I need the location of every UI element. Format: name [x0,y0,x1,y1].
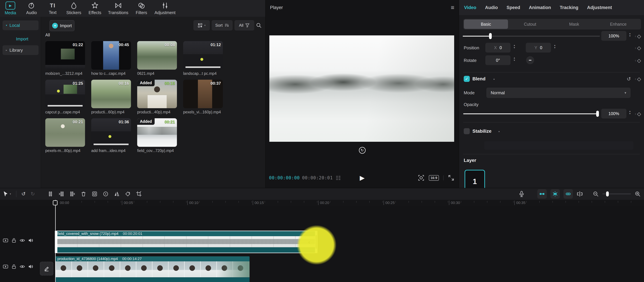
auto-snap-toggle[interactable] [550,189,560,198]
tab-effects[interactable]: Effects [87,2,103,15]
mute-speaker-icon[interactable] [28,264,34,270]
select-tool-button[interactable]: ▾ [2,191,11,197]
blend-mode-dropdown[interactable]: Normal ▾ [486,88,630,98]
mute-speaker-icon[interactable] [28,238,34,243]
tab-stickers[interactable]: Stickers [66,2,82,15]
scale-slider-handle[interactable] [489,33,492,39]
tab-transitions[interactable]: Transitions [108,2,128,15]
layer-thumbnail[interactable]: 1 [464,170,485,188]
rotate-keyframe[interactable]: ‹◇ [635,58,641,64]
refresh-icon[interactable]: ↻ [359,147,366,154]
tab-filters[interactable]: Filters [133,2,150,15]
media-item[interactable]: 01:12 landscap...t pc.mp4 [183,41,223,76]
blend-checkbox[interactable]: ✓ [464,76,470,82]
playhead-handle[interactable] [53,200,58,205]
media-item[interactable]: 01:25 capcut p...cape.mp4 [45,80,85,114]
timeline-body[interactable]: field_covered_with_snow (720p).mp4 00:00… [0,206,644,282]
tab-adjustment-props[interactable]: Adjustment [587,5,612,10]
timeline-clip-production[interactable]: production_id_4736800 (1440p).mp4 00:00:… [55,256,250,282]
delete-right-button[interactable] [70,191,76,197]
opacity-slider-fill[interactable] [463,114,598,114]
stabilize-checkbox[interactable] [464,128,470,134]
magnetic-snap-toggle[interactable] [537,189,547,198]
opacity-slider-handle[interactable] [596,111,599,117]
search-button[interactable] [256,22,262,28]
sidebar-item-import[interactable]: Import [16,36,40,42]
delete-button[interactable] [80,191,86,197]
sidebar-item-library[interactable]: ▸ Library [2,45,38,55]
reverse-button[interactable] [103,191,109,197]
scale-value[interactable]: 100% [601,31,626,41]
tab-video[interactable]: Video [464,5,476,10]
tab-tracking[interactable]: Tracking [560,5,578,10]
rotate-knob[interactable] [526,56,534,64]
preview-axis-icon[interactable] [576,191,583,197]
media-thumbnail[interactable]: 01:12 [183,41,223,70]
subtab-basic[interactable]: Basic [464,20,508,29]
rotate-stepper[interactable]: ▴▾ [512,56,517,62]
subtab-mask[interactable]: Mask [552,20,596,29]
collapse-icon[interactable]: ▴ [498,130,500,133]
position-y-field[interactable]: Y 0 [526,43,551,52]
opacity-stepper[interactable]: ▴▾ [627,110,633,115]
tab-animation[interactable]: Animation [529,5,551,10]
media-thumbnail[interactable]: 00:08 [137,41,177,70]
timeline-ruler[interactable]: 00:00 00:05 00:10 00:15 00:20 00:25 00:3… [0,200,644,206]
crop-button[interactable] [136,191,142,197]
media-thumbnail[interactable]: 00:37 [183,80,223,108]
subtab-enhance[interactable]: Enhance [596,20,640,29]
undo-button[interactable]: ↺ [22,192,26,196]
import-button[interactable]: + Import [50,20,74,31]
preview-video[interactable] [269,36,454,142]
media-thumbnail[interactable]: Added 00:21 [137,118,177,147]
sidebar-item-local[interactable]: ▾ Local [2,20,38,30]
tab-audio-props[interactable]: Audio [485,5,498,10]
media-thumbnail[interactable]: 01:36 [91,118,131,147]
view-mode-button[interactable]: ▾ [193,20,210,30]
media-item[interactable]: Added 00:21 field_cov...720p).mp4 [137,118,177,153]
reset-icon[interactable]: ↺ [627,76,631,82]
media-thumbnail[interactable]: Added 00:15 [137,80,177,108]
eye-icon[interactable] [20,238,25,243]
play-button[interactable]: ▶ [360,174,364,182]
position-y-stepper[interactable]: ▴▾ [552,44,558,49]
zoom-slider-handle[interactable] [606,192,609,196]
sort-button[interactable]: Sort [212,20,232,30]
zoom-in-icon[interactable] [634,191,641,197]
media-item[interactable]: 00:16 producti...60p).mp4 [91,80,131,114]
tab-text[interactable]: TI Text [44,2,61,15]
media-item[interactable]: Added 00:15 producti...40p).mp4 [137,80,177,114]
media-item[interactable]: 01:36 add fram...ideo.mp4 [91,118,131,153]
filter-button[interactable]: All [234,20,254,30]
lock-icon[interactable] [11,238,17,243]
media-item[interactable]: 00:08 0621.mp4 [137,41,177,76]
timeline-zoom-slider[interactable] [602,194,631,194]
lock-icon[interactable] [11,264,17,270]
media-thumbnail[interactable]: 01:22 [45,41,85,70]
collapse-icon[interactable]: ▴ [494,77,495,80]
rotate-field[interactable]: 0° [485,55,510,65]
zoom-out-icon[interactable] [593,191,599,197]
media-item[interactable]: 00:45 how to c...capc.mp4 [91,41,131,76]
scale-stepper[interactable]: ▴▾ [627,32,633,37]
scale-slider-track[interactable] [490,36,600,36]
tab-audio[interactable]: Audio [24,2,40,15]
media-item[interactable]: 00:37 pexels_vi...160p).mp4 [183,80,223,114]
frame-list-icon[interactable] [336,175,341,181]
mirror-button[interactable] [114,191,120,197]
rotate-button[interactable] [125,191,131,197]
redo-button[interactable]: ↻ [31,192,35,196]
media-thumbnail[interactable]: 00:45 [91,41,131,70]
tab-media[interactable]: ▶ Media [2,2,18,15]
position-x-stepper[interactable]: ▴▾ [512,44,517,49]
fullscreen-icon[interactable] [448,175,454,181]
opacity-keyframe[interactable]: ‹◇ [635,111,641,117]
subtab-cutout[interactable]: Cutout [508,20,552,29]
tab-speed[interactable]: Speed [507,5,520,10]
media-item[interactable]: 01:22 mobizen_...3212.mp4 [45,41,85,76]
media-thumbnail[interactable]: 01:25 [45,80,85,108]
link-toggle[interactable] [564,189,573,198]
snapshot-icon[interactable] [418,174,424,181]
media-thumbnail[interactable]: 00:21 [45,118,85,147]
delete-left-button[interactable] [58,191,64,197]
